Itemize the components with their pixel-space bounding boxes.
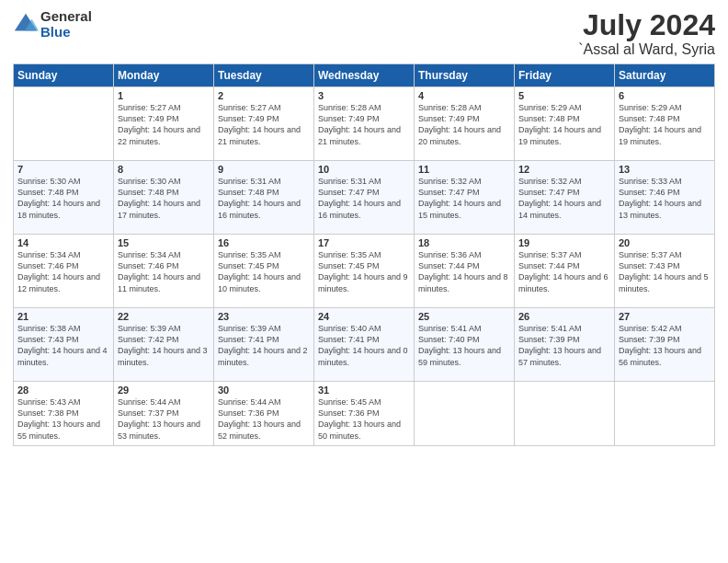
cell-info: Sunrise: 5:37 AM Sunset: 7:44 PM Dayligh… [518, 249, 610, 294]
table-row [14, 87, 114, 161]
cell-info: Sunrise: 5:29 AM Sunset: 7:48 PM Dayligh… [619, 102, 711, 147]
day-number: 24 [318, 311, 410, 322]
day-number: 8 [118, 164, 210, 175]
calendar-header-row: Sunday Monday Tuesday Wednesday Thursday… [14, 64, 715, 87]
subtitle: `Assal al Ward, Syria [578, 41, 715, 58]
table-row: 28Sunrise: 5:43 AM Sunset: 7:38 PM Dayli… [14, 382, 114, 446]
table-row: 25Sunrise: 5:41 AM Sunset: 7:40 PM Dayli… [415, 308, 515, 382]
logo: General Blue [13, 9, 92, 40]
table-row: 8Sunrise: 5:30 AM Sunset: 7:48 PM Daylig… [114, 161, 214, 235]
table-row: 11Sunrise: 5:32 AM Sunset: 7:47 PM Dayli… [415, 161, 515, 235]
cell-info: Sunrise: 5:37 AM Sunset: 7:43 PM Dayligh… [619, 249, 711, 294]
main-title: July 2024 [578, 9, 715, 41]
day-number: 26 [518, 311, 610, 322]
day-number: 9 [218, 164, 310, 175]
cell-info: Sunrise: 5:35 AM Sunset: 7:45 PM Dayligh… [318, 249, 410, 294]
cell-info: Sunrise: 5:31 AM Sunset: 7:48 PM Dayligh… [218, 176, 310, 221]
day-number: 29 [118, 385, 210, 396]
col-friday: Friday [515, 64, 615, 87]
cell-info: Sunrise: 5:32 AM Sunset: 7:47 PM Dayligh… [518, 176, 610, 221]
col-tuesday: Tuesday [214, 64, 314, 87]
cell-info: Sunrise: 5:31 AM Sunset: 7:47 PM Dayligh… [318, 176, 410, 221]
table-row: 22Sunrise: 5:39 AM Sunset: 7:42 PM Dayli… [114, 308, 214, 382]
table-row: 15Sunrise: 5:34 AM Sunset: 7:46 PM Dayli… [114, 235, 214, 308]
day-number: 16 [218, 237, 310, 248]
day-number: 14 [17, 237, 109, 248]
col-thursday: Thursday [415, 64, 515, 87]
table-row: 12Sunrise: 5:32 AM Sunset: 7:47 PM Dayli… [515, 161, 615, 235]
day-number: 20 [619, 237, 711, 248]
day-number: 27 [619, 311, 711, 322]
table-row: 31Sunrise: 5:45 AM Sunset: 7:36 PM Dayli… [314, 382, 415, 446]
day-number: 10 [318, 164, 410, 175]
table-row [515, 382, 615, 446]
cell-info: Sunrise: 5:39 AM Sunset: 7:42 PM Dayligh… [118, 323, 210, 368]
table-row: 9Sunrise: 5:31 AM Sunset: 7:48 PM Daylig… [214, 161, 314, 235]
table-row: 24Sunrise: 5:40 AM Sunset: 7:41 PM Dayli… [314, 308, 415, 382]
cell-info: Sunrise: 5:36 AM Sunset: 7:44 PM Dayligh… [418, 249, 510, 294]
cell-info: Sunrise: 5:33 AM Sunset: 7:46 PM Dayligh… [619, 176, 711, 221]
table-row: 2Sunrise: 5:27 AM Sunset: 7:49 PM Daylig… [214, 87, 314, 161]
cell-info: Sunrise: 5:27 AM Sunset: 7:49 PM Dayligh… [118, 102, 210, 147]
table-row: 19Sunrise: 5:37 AM Sunset: 7:44 PM Dayli… [515, 235, 615, 308]
table-row: 10Sunrise: 5:31 AM Sunset: 7:47 PM Dayli… [314, 161, 415, 235]
table-row: 29Sunrise: 5:44 AM Sunset: 7:37 PM Dayli… [114, 382, 214, 446]
logo-icon [13, 12, 39, 38]
table-row: 20Sunrise: 5:37 AM Sunset: 7:43 PM Dayli… [615, 235, 715, 308]
table-row: 7Sunrise: 5:30 AM Sunset: 7:48 PM Daylig… [14, 161, 114, 235]
cell-info: Sunrise: 5:35 AM Sunset: 7:45 PM Dayligh… [218, 249, 310, 294]
table-row: 21Sunrise: 5:38 AM Sunset: 7:43 PM Dayli… [14, 308, 114, 382]
table-row: 27Sunrise: 5:42 AM Sunset: 7:39 PM Dayli… [615, 308, 715, 382]
day-number: 13 [619, 164, 711, 175]
day-number: 11 [418, 164, 510, 175]
table-row: 13Sunrise: 5:33 AM Sunset: 7:46 PM Dayli… [615, 161, 715, 235]
table-row: 3Sunrise: 5:28 AM Sunset: 7:49 PM Daylig… [314, 87, 415, 161]
cell-info: Sunrise: 5:45 AM Sunset: 7:36 PM Dayligh… [318, 396, 410, 442]
table-row: 1Sunrise: 5:27 AM Sunset: 7:49 PM Daylig… [114, 87, 214, 161]
day-number: 22 [118, 311, 210, 322]
table-row [615, 382, 715, 446]
cell-info: Sunrise: 5:40 AM Sunset: 7:41 PM Dayligh… [318, 323, 410, 368]
day-number: 15 [118, 237, 210, 248]
cell-info: Sunrise: 5:41 AM Sunset: 7:39 PM Dayligh… [518, 323, 610, 368]
table-row: 14Sunrise: 5:34 AM Sunset: 7:46 PM Dayli… [14, 235, 114, 308]
col-saturday: Saturday [615, 64, 715, 87]
day-number: 17 [318, 237, 410, 248]
title-block: July 2024 `Assal al Ward, Syria [578, 9, 715, 58]
logo-text: General Blue [40, 9, 92, 40]
day-number: 18 [418, 237, 510, 248]
cell-info: Sunrise: 5:30 AM Sunset: 7:48 PM Dayligh… [17, 176, 109, 221]
day-number: 19 [518, 237, 610, 248]
day-number: 4 [418, 90, 510, 101]
cell-info: Sunrise: 5:28 AM Sunset: 7:49 PM Dayligh… [418, 102, 510, 147]
table-row: 4Sunrise: 5:28 AM Sunset: 7:49 PM Daylig… [415, 87, 515, 161]
cell-info: Sunrise: 5:28 AM Sunset: 7:49 PM Dayligh… [318, 102, 410, 147]
table-row: 6Sunrise: 5:29 AM Sunset: 7:48 PM Daylig… [615, 87, 715, 161]
day-number: 7 [17, 164, 109, 175]
day-number: 21 [17, 311, 109, 322]
day-number: 28 [17, 385, 109, 396]
day-number: 12 [518, 164, 610, 175]
table-row [415, 382, 515, 446]
day-number: 25 [418, 311, 510, 322]
table-row: 17Sunrise: 5:35 AM Sunset: 7:45 PM Dayli… [314, 235, 415, 308]
day-number: 3 [318, 90, 410, 101]
logo-blue: Blue [40, 25, 92, 40]
cell-info: Sunrise: 5:34 AM Sunset: 7:46 PM Dayligh… [17, 249, 109, 294]
cell-info: Sunrise: 5:32 AM Sunset: 7:47 PM Dayligh… [418, 176, 510, 221]
header: General Blue July 2024 `Assal al Ward, S… [13, 9, 715, 58]
table-row: 18Sunrise: 5:36 AM Sunset: 7:44 PM Dayli… [415, 235, 515, 308]
cell-info: Sunrise: 5:41 AM Sunset: 7:40 PM Dayligh… [418, 323, 510, 368]
cell-info: Sunrise: 5:27 AM Sunset: 7:49 PM Dayligh… [218, 102, 310, 147]
col-monday: Monday [114, 64, 214, 87]
day-number: 1 [118, 90, 210, 101]
col-sunday: Sunday [14, 64, 114, 87]
col-wednesday: Wednesday [314, 64, 415, 87]
table-row: 23Sunrise: 5:39 AM Sunset: 7:41 PM Dayli… [214, 308, 314, 382]
logo-general: General [40, 9, 92, 25]
day-number: 2 [218, 90, 310, 101]
cell-info: Sunrise: 5:30 AM Sunset: 7:48 PM Dayligh… [118, 176, 210, 221]
table-row: 30Sunrise: 5:44 AM Sunset: 7:36 PM Dayli… [214, 382, 314, 446]
day-number: 31 [318, 385, 410, 396]
cell-info: Sunrise: 5:34 AM Sunset: 7:46 PM Dayligh… [118, 249, 210, 294]
